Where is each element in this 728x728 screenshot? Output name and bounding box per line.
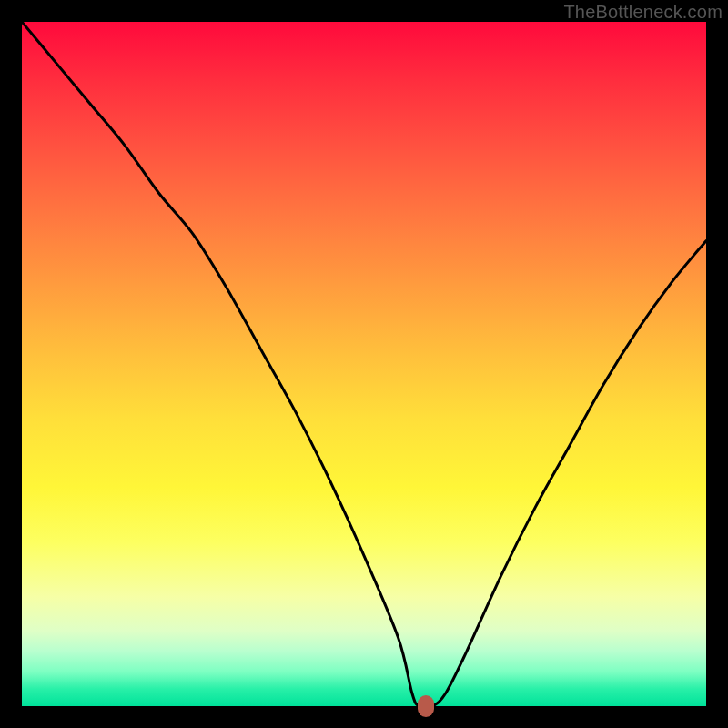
chart-plot-area xyxy=(22,22,706,706)
optimum-marker xyxy=(418,695,434,717)
bottleneck-curve xyxy=(22,22,706,706)
attribution-text: TheBottleneck.com xyxy=(563,2,723,23)
